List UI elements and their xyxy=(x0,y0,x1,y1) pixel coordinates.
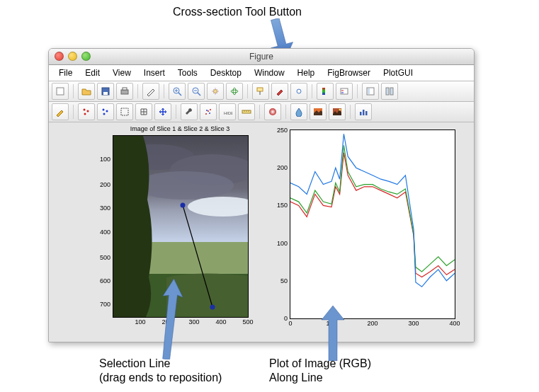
minimize-icon[interactable] xyxy=(68,52,77,61)
svg-point-29 xyxy=(103,109,105,111)
ytick: 200 xyxy=(277,164,290,171)
svg-point-37 xyxy=(209,113,210,114)
close-icon[interactable] xyxy=(55,52,64,61)
ytick: 300 xyxy=(100,204,113,212)
zoom-out-button[interactable] xyxy=(188,83,205,100)
separator xyxy=(259,105,260,119)
svg-rect-16 xyxy=(257,88,263,91)
new-figure-button[interactable] xyxy=(52,83,69,100)
ytick: 100 xyxy=(100,156,113,163)
svg-point-15 xyxy=(233,88,236,95)
svg-rect-24 xyxy=(386,88,389,95)
svg-point-26 xyxy=(84,109,86,111)
tool-red-dots-button[interactable] xyxy=(78,103,95,120)
print-button[interactable] xyxy=(116,83,133,100)
xtick: 500 xyxy=(242,317,253,325)
cross-section-tool-button[interactable] xyxy=(329,103,346,120)
menu-figbrowser[interactable]: FigBrowser xyxy=(322,67,376,79)
insert-legend-button[interactable] xyxy=(336,83,353,100)
svg-point-30 xyxy=(106,110,108,113)
figure-window: Figure File Edit View Insert Tools Deskt… xyxy=(48,48,475,342)
arrow-to-plot xyxy=(319,304,347,361)
ytick: 250 xyxy=(277,127,290,134)
open-button[interactable] xyxy=(78,83,95,100)
annotation-selection-line-2: (drag ends to reposition) xyxy=(99,371,222,384)
menu-view[interactable]: View xyxy=(107,67,137,79)
tool-landscape-button[interactable] xyxy=(310,103,327,120)
brush-button[interactable] xyxy=(271,83,288,100)
menu-desktop[interactable]: Desktop xyxy=(205,67,247,79)
svg-point-34 xyxy=(208,110,209,112)
data-cursor-button[interactable] xyxy=(252,83,269,100)
window-title: Figure xyxy=(49,49,474,64)
ytick: 600 xyxy=(100,277,113,284)
pan-button[interactable] xyxy=(207,83,224,100)
svg-line-7 xyxy=(178,93,181,96)
svg-point-14 xyxy=(231,90,238,93)
zoom-in-button[interactable] xyxy=(169,83,186,100)
svg-line-11 xyxy=(198,93,200,96)
separator xyxy=(357,84,358,98)
zoom-icon[interactable] xyxy=(81,52,91,61)
titlebar[interactable]: Figure xyxy=(49,49,474,65)
svg-point-31 xyxy=(103,113,106,115)
menu-window[interactable]: Window xyxy=(249,67,290,79)
menu-insert[interactable]: Insert xyxy=(138,67,171,79)
xtick: 400 xyxy=(449,318,460,327)
tool-expand-button[interactable] xyxy=(154,103,171,120)
menu-help[interactable]: Help xyxy=(292,67,321,79)
svg-point-43 xyxy=(269,108,276,115)
ytick: 700 xyxy=(100,301,113,308)
menubar: File Edit View Insert Tools Desktop Wind… xyxy=(49,65,474,81)
tool-select-button[interactable] xyxy=(116,103,133,120)
save-button[interactable] xyxy=(97,83,114,100)
show-plot-tools-button[interactable] xyxy=(381,83,398,100)
separator xyxy=(312,84,312,98)
tool-scatter-button[interactable] xyxy=(200,103,217,120)
svg-rect-19 xyxy=(341,88,348,94)
menu-plotgui[interactable]: PlotGUI xyxy=(378,67,419,79)
left-axes-title: Image of Slice 1 & Slice 2 & Slice 3 xyxy=(113,125,247,132)
tool-blue-dots-button[interactable] xyxy=(97,103,114,120)
rotate-3d-button[interactable] xyxy=(226,83,243,100)
plot-axes[interactable]: 0 50 100 150 200 250 0 100 200 300 400 xyxy=(290,129,455,319)
tool-colorwheel-button[interactable] xyxy=(264,103,281,120)
ytick: 500 xyxy=(100,254,113,261)
svg-point-27 xyxy=(87,110,89,113)
tool-teardrop-button[interactable] xyxy=(290,103,307,120)
separator xyxy=(164,84,164,98)
svg-point-36 xyxy=(206,110,208,111)
xtick: 400 xyxy=(215,317,226,325)
svg-rect-49 xyxy=(365,111,368,115)
separator xyxy=(137,84,138,98)
tool-ruler-button[interactable] xyxy=(238,103,255,120)
svg-rect-5 xyxy=(123,88,127,90)
edit-plot-button[interactable] xyxy=(142,83,159,100)
separator xyxy=(247,84,248,98)
selection-handle-start[interactable] xyxy=(181,203,186,208)
separator xyxy=(176,105,176,119)
svg-rect-3 xyxy=(103,92,108,95)
separator xyxy=(350,105,351,119)
insert-colorbar-button[interactable] xyxy=(317,83,334,100)
hide-plot-tools-button[interactable] xyxy=(362,83,379,100)
tool-wrench-button[interactable] xyxy=(181,103,198,120)
annotation-cross-section-tool: Cross-section Tool Button xyxy=(173,6,302,18)
svg-text:HIDE: HIDE xyxy=(224,111,232,115)
menu-tools[interactable]: Tools xyxy=(172,67,203,79)
figure-area: Image of Slice 1 & Slice 2 & Slice 3 xyxy=(49,122,474,342)
tool-hide-button[interactable]: HIDE xyxy=(219,103,236,120)
svg-point-46 xyxy=(339,109,341,111)
tool-pencil-button[interactable] xyxy=(52,103,69,120)
toolbar-custom: HIDE xyxy=(49,102,474,122)
tool-grid-button[interactable] xyxy=(135,103,152,120)
xtick: 200 xyxy=(367,318,378,327)
arrow-to-selection-line xyxy=(153,275,188,359)
selection-handle-end[interactable] xyxy=(210,305,215,310)
ytick: 150 xyxy=(277,202,290,209)
tool-bar-chart-button[interactable] xyxy=(355,103,372,120)
menu-file[interactable]: File xyxy=(53,67,78,79)
left-axes-wrap: Image of Slice 1 & Slice 2 & Slice 3 xyxy=(91,125,247,132)
link-button[interactable] xyxy=(290,83,307,100)
menu-edit[interactable]: Edit xyxy=(79,67,106,79)
